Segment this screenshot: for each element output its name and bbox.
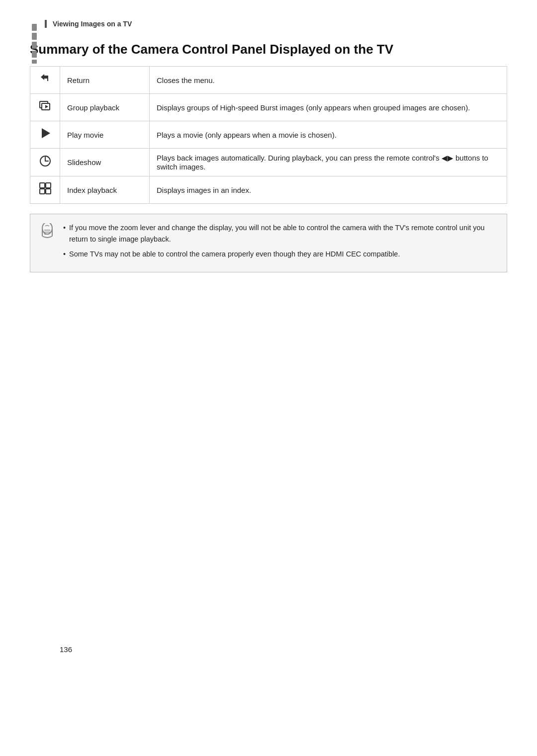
breadcrumb: Viewing Images on a TV xyxy=(45,20,507,28)
svg-rect-5 xyxy=(40,183,45,188)
table-row: Index playback Displays images in an ind… xyxy=(30,176,507,204)
svg-marker-3 xyxy=(42,128,50,138)
play-movie-label: Play movie xyxy=(60,121,150,149)
slideshow-desc: Plays back images automatically. During … xyxy=(150,149,507,176)
table-row: Slideshow Plays back images automaticall… xyxy=(30,149,507,176)
slideshow-label: Slideshow xyxy=(60,149,150,176)
slideshow-icon xyxy=(30,149,60,176)
index-playback-desc: Displays images in an index. xyxy=(150,176,507,204)
play-movie-desc: Plays a movie (only appears when a movie… xyxy=(150,121,507,149)
return-label: Return xyxy=(60,67,150,94)
note-content: If you move the zoom lever and change th… xyxy=(63,222,497,263)
note-bullet-2: Some TVs may not be able to control the … xyxy=(63,249,497,259)
group-playback-desc: Displays groups of High-speed Burst imag… xyxy=(150,94,507,121)
return-desc: Closes the menu. xyxy=(150,67,507,94)
svg-rect-6 xyxy=(46,183,51,188)
table-row: Group playback Displays groups of High-s… xyxy=(30,94,507,121)
play-movie-icon xyxy=(30,121,60,149)
svg-rect-8 xyxy=(46,189,51,194)
return-icon xyxy=(30,67,60,94)
table-row: Play movie Plays a movie (only appears w… xyxy=(30,121,507,149)
note-box: If you move the zoom lever and change th… xyxy=(30,214,507,272)
index-playback-icon xyxy=(30,176,60,204)
svg-rect-7 xyxy=(40,189,45,194)
page-title: Summary of the Camera Control Panel Disp… xyxy=(30,42,507,57)
table-row: Return Closes the menu. xyxy=(30,67,507,94)
pencil-icon xyxy=(38,223,56,245)
group-playback-icon xyxy=(30,94,60,121)
note-bullet-1: If you move the zoom lever and change th… xyxy=(63,222,497,245)
group-playback-label: Group playback xyxy=(60,94,150,121)
page-number: 136 xyxy=(60,645,537,654)
control-panel-table: Return Closes the menu. Group playback D… xyxy=(30,66,507,204)
index-playback-label: Index playback xyxy=(60,176,150,204)
